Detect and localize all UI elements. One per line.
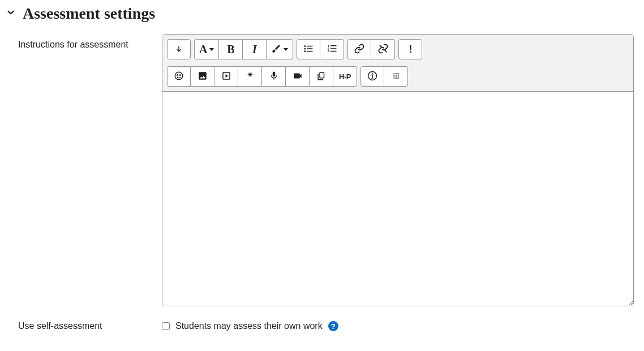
- media-button[interactable]: [214, 66, 238, 87]
- svg-point-16: [180, 74, 181, 75]
- italic-letter: I: [252, 43, 257, 56]
- svg-rect-4: [307, 48, 313, 49]
- svg-point-28: [397, 77, 398, 78]
- accessibility-button[interactable]: [360, 66, 384, 87]
- svg-line-12: [380, 45, 381, 47]
- screenreader-button[interactable]: [384, 66, 408, 87]
- svg-point-1: [304, 48, 306, 49]
- toggle-toolbar-button[interactable]: [167, 39, 191, 59]
- self-assessment-checkbox[interactable]: [162, 322, 170, 330]
- svg-point-23: [395, 73, 396, 74]
- svg-point-19: [372, 73, 373, 74]
- files-button[interactable]: [310, 66, 333, 87]
- bullet-list-icon: [303, 44, 314, 55]
- image-button[interactable]: [191, 66, 214, 87]
- self-assessment-label: Use self-assessment: [6, 321, 162, 331]
- chevron-down-icon[interactable]: [6, 7, 16, 20]
- instructions-control: A B I: [162, 34, 638, 306]
- h5p-button[interactable]: H-P: [333, 66, 357, 87]
- text-color-button[interactable]: [267, 39, 293, 59]
- instructions-label: Instructions for assessment: [6, 34, 162, 50]
- instructions-row: Instructions for assessment A: [6, 34, 638, 306]
- video-button[interactable]: [286, 66, 310, 87]
- svg-point-26: [397, 73, 398, 74]
- image-icon: [198, 71, 208, 83]
- caret-down-icon: [209, 48, 214, 51]
- files-icon: [316, 71, 327, 83]
- braille-icon: [391, 71, 401, 83]
- accessibility-icon: [367, 71, 377, 83]
- asterisk-icon: [245, 71, 255, 83]
- emoji-button[interactable]: [167, 66, 191, 87]
- numbered-list-icon: 123: [327, 44, 337, 55]
- h5p-text: H-P: [339, 72, 351, 81]
- svg-text:3: 3: [328, 49, 329, 53]
- svg-point-21: [393, 75, 394, 76]
- unlink-button[interactable]: [371, 39, 395, 59]
- paragraph-style-button[interactable]: A: [194, 39, 219, 59]
- loading-button[interactable]: [238, 66, 262, 87]
- self-assessment-control: Students may assess their own work ?: [162, 321, 638, 331]
- self-assessment-row: Use self-assessment Students may assess …: [6, 321, 638, 331]
- editor-toolbar: A B I: [162, 35, 633, 92]
- italic-button[interactable]: I: [243, 39, 267, 59]
- svg-point-27: [397, 75, 398, 76]
- section-header: Assessment settings: [6, 5, 638, 23]
- svg-rect-9: [330, 45, 337, 46]
- bullet-list-button[interactable]: [297, 39, 320, 59]
- media-icon: [221, 71, 231, 83]
- microphone-icon: [269, 71, 279, 83]
- svg-rect-10: [330, 48, 337, 49]
- rich-text-editor: A B I: [162, 34, 634, 306]
- svg-point-15: [177, 74, 178, 75]
- svg-point-24: [395, 75, 396, 76]
- svg-rect-3: [307, 45, 313, 46]
- svg-rect-5: [307, 50, 313, 52]
- unlink-icon: [378, 44, 388, 55]
- svg-point-20: [393, 73, 394, 74]
- help-icon[interactable]: ?: [328, 321, 338, 331]
- self-assessment-text: Students may assess their own work: [175, 321, 323, 331]
- video-icon: [293, 71, 303, 83]
- link-icon: [354, 44, 364, 55]
- bold-button[interactable]: B: [219, 39, 243, 59]
- brush-icon: [271, 44, 281, 55]
- section-title: Assessment settings: [23, 5, 155, 23]
- svg-point-22: [393, 77, 394, 78]
- toggle-arrow-icon: [174, 44, 184, 55]
- bold-letter: B: [227, 43, 234, 56]
- svg-point-25: [395, 77, 396, 78]
- svg-point-2: [304, 50, 306, 52]
- font-letter: A: [199, 43, 207, 56]
- microphone-button[interactable]: [262, 66, 286, 87]
- svg-rect-17: [320, 72, 324, 78]
- link-button[interactable]: [347, 39, 371, 59]
- svg-line-13: [385, 50, 387, 52]
- editor-content-area[interactable]: [162, 92, 633, 306]
- exclaim-button[interactable]: !: [398, 39, 422, 59]
- numbered-list-button[interactable]: 123: [320, 39, 344, 59]
- caret-down-icon: [284, 48, 288, 51]
- svg-point-14: [175, 72, 183, 80]
- svg-point-0: [304, 45, 306, 47]
- exclaim-text: !: [409, 44, 412, 55]
- smiley-icon: [174, 71, 184, 83]
- svg-rect-11: [330, 50, 337, 52]
